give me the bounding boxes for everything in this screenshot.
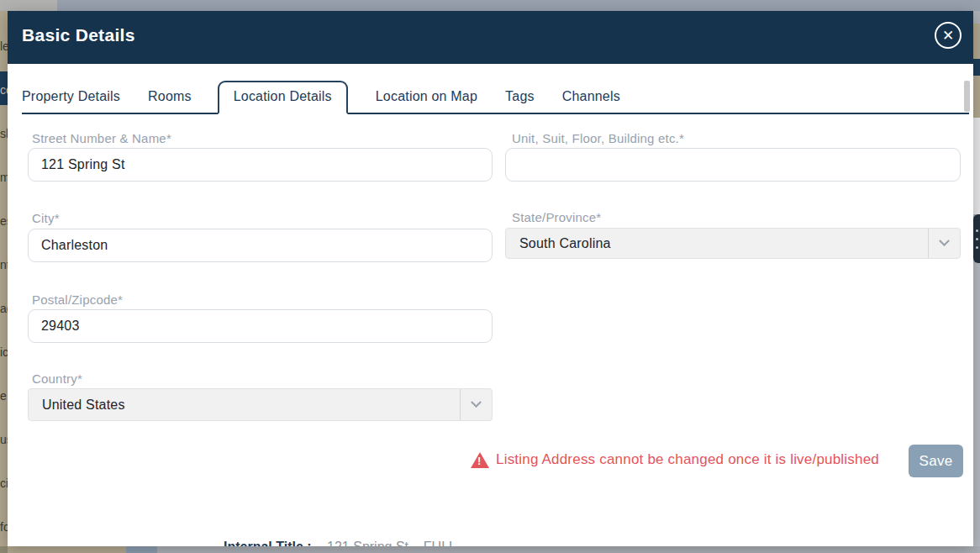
warning-text: Listing Address cannot be changed once i… [496,451,879,468]
tab-location-on-map[interactable]: Location on Map [376,82,477,113]
state-select-value: South Carolina [506,236,611,251]
bottom-strip-edge [0,546,8,553]
screen: le co sk m es nt ag ic e us ci fo Basic … [0,0,980,553]
modal-title: Basic Details [22,25,135,45]
background-right-strip [973,11,980,553]
help-widget-edge [973,214,980,263]
warning-icon [471,452,489,468]
postal-label: Postal/Zipcode* [32,292,123,307]
country-select[interactable]: United States [28,388,493,421]
background-right-band [973,59,980,76]
city-label: City* [32,211,60,225]
background-right-grey [973,263,980,553]
background-sidebar: le co sk m es nt ag ic e us ci fo [0,11,8,553]
tab-rooms[interactable]: Rooms [148,82,192,113]
background-topbar-right [57,0,980,11]
close-button[interactable]: ✕ [935,22,962,49]
close-icon: ✕ [942,27,954,45]
background-right-white [973,118,980,214]
modal-scrollbar-thumb[interactable] [964,81,970,112]
postal-input[interactable] [28,309,493,343]
state-label: State/Province* [512,210,601,224]
save-button[interactable]: Save [909,445,963,477]
modal-tabbar: Property Details Rooms Location Details … [22,82,969,114]
background-topbar-left [0,0,57,11]
modal-header: Basic Details ✕ [8,11,973,64]
street-input[interactable] [28,148,493,182]
tab-location-details[interactable]: Location Details [218,81,348,114]
street-label: Street Number & Name* [32,131,171,145]
background-bottom-strip [0,546,980,553]
state-select[interactable]: South Carolina [505,228,961,259]
tab-tags[interactable]: Tags [505,82,535,113]
country-label: Country* [32,371,82,386]
warning-row: Listing Address cannot be changed once i… [8,445,973,478]
city-input[interactable] [28,229,493,262]
tab-property-details[interactable]: Property Details [22,82,120,113]
internal-title-row: Internal Title : 121 Spring St – FULL [224,540,456,546]
internal-title-label: Internal Title : [224,540,312,546]
unit-label: Unit, Suit, Floor, Building etc.* [512,131,684,145]
country-select-value: United States [29,398,125,413]
basic-details-modal: Basic Details ✕ Property Details Rooms L… [8,11,973,546]
chevron-down-icon [460,389,492,420]
internal-title-value: 121 Spring St – FULL [327,540,456,546]
bottom-strip-blue [126,546,157,553]
chevron-down-icon [928,229,960,258]
unit-input[interactable] [505,148,961,182]
bottom-strip-page [157,546,980,553]
bottom-strip-sidebar [8,546,126,553]
tab-channels[interactable]: Channels [562,82,620,113]
